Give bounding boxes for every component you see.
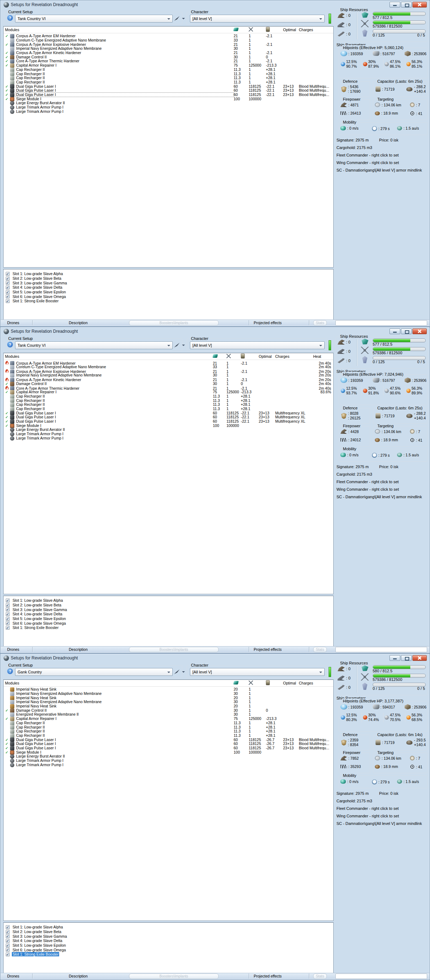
minimize-button[interactable]	[390, 328, 400, 334]
module-row[interactable]: ✓Siege Module I100100000	[3, 423, 333, 428]
ship-browser-button[interactable]	[174, 342, 185, 348]
module-row[interactable]: ✓Dual Giga Pulse Laser I60118125-22.123+…	[3, 84, 333, 89]
wing-commander-text[interactable]: Wing Commander - right click to set	[336, 486, 429, 493]
module-row[interactable]: Corpus A-Type Armor EM Hardener211-2.12m…	[3, 361, 333, 365]
module-row[interactable]: Core A-Type Armor Thermic Hardener211-2.…	[3, 386, 333, 390]
minimize-button[interactable]	[390, 655, 400, 661]
implant-checkbox[interactable]: ✓	[6, 272, 10, 276]
module-row[interactable]: ✓Capital Armor Repairer I75125000-213.38…	[3, 390, 333, 395]
fleet-commander-text[interactable]: Fleet Commander - right click to set	[336, 151, 429, 159]
module-row[interactable]: Cap Recharger II11.31+28.1	[3, 68, 333, 72]
implant-row[interactable]: ✓Slot 1: Strong Exile Booster	[6, 299, 333, 303]
module-row[interactable]: Energized Regenerative Membrane II301	[3, 713, 333, 717]
character-dropdown[interactable]: [All level V]	[190, 15, 325, 22]
module-row[interactable]: Cap Recharger II11.31+28.1	[3, 729, 333, 733]
implant-checkbox[interactable]: ✓	[6, 277, 10, 280]
module-row[interactable]: ✓Corpus A-Type Armor EM Hardener211-2.1	[3, 34, 333, 38]
titlebar[interactable]: Setups for Revelation Dreadnought	[1, 1, 379, 8]
maximize-button[interactable]	[401, 655, 412, 661]
module-row[interactable]: ✓Capital Armor Repairer I75125000-213.3	[3, 717, 333, 721]
implant-row[interactable]: ✓Slot 6: Low-grade Slave Omega	[6, 947, 333, 952]
module-row[interactable]: ✓Dual Giga Pulse Laser I60118125-26.723+…	[3, 746, 333, 750]
module-row[interactable]: Imperial Navy Energized Adaptive Nano Me…	[3, 373, 333, 377]
implant-checkbox[interactable]: ✓	[6, 598, 10, 603]
implant-checkbox[interactable]: ✓	[6, 603, 10, 607]
implant-checkbox[interactable]: ✓	[6, 621, 10, 625]
implant-row[interactable]: ✓Slot 1: Low-grade Slave Alpha	[6, 925, 333, 929]
implant-checkbox[interactable]: ✓	[6, 285, 10, 290]
module-row[interactable]: Imperial Navy Energized Adaptive Nano Me…	[3, 700, 333, 704]
current-setup-dropdown[interactable]: Tank Country VI	[15, 341, 173, 349]
description-tab[interactable]: Description	[69, 647, 88, 652]
description-tab[interactable]: Description	[69, 321, 88, 325]
character-dropdown[interactable]: [All level V]	[190, 341, 325, 349]
implant-checkbox[interactable]: ✓	[6, 925, 10, 929]
stats-button[interactable]: Stats	[313, 974, 327, 979]
module-row[interactable]: Corelum C-Type Energized Adaptive Nano M…	[3, 38, 333, 43]
implant-row[interactable]: ✓Slot 2: Low-grade Slave Beta	[6, 276, 333, 281]
implant-checkbox[interactable]: ✓	[6, 612, 10, 616]
implant-row[interactable]: ✓Slot 5: Low-grade Slave Epsilon	[6, 943, 333, 948]
implant-row[interactable]: ✓Slot 3: Low-grade Slave Gamma	[6, 607, 333, 612]
implant-checkbox[interactable]: ✓	[6, 608, 10, 611]
implant-checkbox[interactable]: ✓	[6, 281, 10, 285]
implant-checkbox[interactable]: ✓	[6, 626, 10, 630]
help-icon[interactable]: ?	[7, 342, 13, 347]
ship-browser-button[interactable]	[174, 15, 185, 22]
module-row[interactable]: Imperial Navy Energized Adaptive Nano Me…	[3, 692, 333, 696]
stats-button[interactable]: Stats	[313, 320, 327, 326]
boosters-implants-button[interactable]: Boosters\Implants	[129, 647, 218, 652]
module-row[interactable]: ✓Dual Giga Pulse Laser I60118125-22.123+…	[3, 415, 333, 420]
module-row[interactable]: Large Trimark Armor Pump I	[3, 109, 333, 113]
implant-row[interactable]: ✓Slot 2: Low-grade Slave Beta	[6, 603, 333, 608]
close-button[interactable]	[412, 328, 427, 334]
implant-checkbox[interactable]: ✓	[6, 294, 10, 298]
implant-row[interactable]: ✓Slot 4: Low-grade Slave Delta	[6, 612, 333, 616]
module-row[interactable]: Large Trimark Armor Pump I	[3, 762, 333, 767]
close-button[interactable]	[412, 655, 427, 661]
drones-tab[interactable]: Drones	[7, 647, 19, 652]
module-row[interactable]: ✓Dual Giga Pulse Laser I60118125-22.123+…	[3, 420, 333, 424]
module-row[interactable]: ✓Damage Control II3010	[3, 708, 333, 713]
fleet-commander-text[interactable]: Fleet Commander - right click to set	[336, 478, 429, 486]
current-setup-dropdown[interactable]: Tank Country VI	[15, 15, 173, 22]
module-row[interactable]: ✓Damage Control II30102m 40s	[3, 382, 333, 386]
module-row[interactable]: Large Energy Burst Aerator II	[3, 428, 333, 432]
module-row[interactable]: ✓Dual Giga Pulse Laser I60118125-22.123+…	[3, 89, 333, 93]
module-row[interactable]: Large Trimark Armor Pump I	[3, 105, 333, 110]
implant-row[interactable]: ✓Slot 1: Low-grade Slave Alpha	[6, 272, 333, 276]
module-row[interactable]: Cap Recharger II11.31+28.1	[3, 80, 333, 84]
minimize-button[interactable]	[390, 2, 400, 8]
module-row[interactable]: Cap Recharger II11.31+28.1	[3, 721, 333, 725]
module-row[interactable]: ✓Dual Giga Pulse Laser I60118125-26.723+…	[3, 738, 333, 742]
module-row[interactable]: Cap Recharger II11.31+28.1	[3, 402, 333, 407]
module-row[interactable]: ✓Dual Giga Pulse Laser I60118125-26.723+…	[3, 742, 333, 746]
module-row[interactable]: ✓Core A-Type Armor Thermic Hardener211-2…	[3, 59, 333, 64]
module-row[interactable]: Large Energy Burst Aerator II	[3, 101, 333, 105]
help-icon[interactable]: ?	[7, 668, 13, 674]
module-row[interactable]: Cap Recharger II11.31+28.1	[3, 76, 333, 80]
current-setup-dropdown[interactable]: Gank Country	[15, 668, 173, 676]
description-tab[interactable]: Description	[69, 974, 88, 978]
implant-checkbox[interactable]: ✓	[6, 617, 10, 621]
implant-row[interactable]: ✓Slot 1: Strong Exile Booster	[6, 625, 333, 630]
module-row[interactable]: Cap Recharger II11.31+28.1	[3, 733, 333, 738]
implant-row[interactable]: ✓Slot 3: Low-grade Slave Gamma	[6, 280, 333, 285]
wing-commander-text[interactable]: Wing Commander - right click to set	[336, 159, 429, 167]
boosters-implants-button[interactable]: Boosters\Implants	[129, 320, 218, 326]
module-row[interactable]: Corpus A-Type Armor Kinetic Hardener211-…	[3, 377, 333, 382]
ship-browser-button[interactable]	[174, 669, 185, 675]
fleet-commander-text[interactable]: Fleet Commander - right click to set	[336, 805, 429, 812]
implant-row[interactable]: ✓Slot 5: Low-grade Slave Epsilon	[6, 290, 333, 294]
projected-effects-tab[interactable]: Projected effects	[254, 647, 282, 652]
implant-checkbox[interactable]: ✓	[6, 930, 10, 934]
character-dropdown[interactable]: [All level V]	[190, 668, 325, 676]
implant-checkbox[interactable]: ✓	[6, 290, 10, 294]
module-row[interactable]: ✓Siege Module I100100000	[3, 750, 333, 754]
implant-row[interactable]: ✓Slot 6: Low-grade Slave Omega	[6, 294, 333, 299]
module-row[interactable]: Cap Recharger II11.31+28.1	[3, 395, 333, 399]
module-row[interactable]: Large Trimark Armor Pump I	[3, 436, 333, 440]
module-row[interactable]: ✓Dual Giga Pulse Laser I60118125-22.123+…	[3, 93, 333, 97]
maximize-button[interactable]	[401, 328, 412, 334]
implant-checkbox[interactable]: ✓	[6, 299, 10, 303]
